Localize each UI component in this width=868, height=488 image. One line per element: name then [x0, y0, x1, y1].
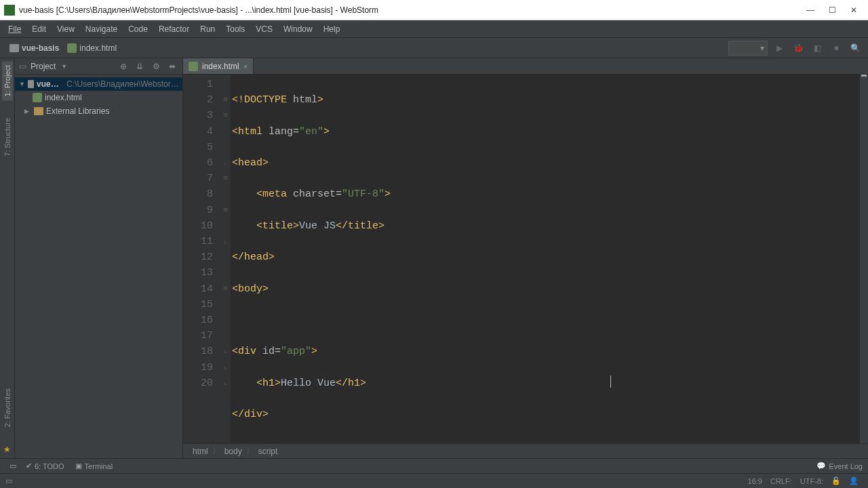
tree-root[interactable]: ▼ vue-basis C:\Users\Владилен\WebstormPr…	[15, 77, 182, 91]
tool-tab-structure[interactable]: 7: Structure	[2, 114, 13, 161]
menu-help[interactable]: Help	[318, 22, 346, 37]
run-config-select[interactable]: ▾	[728, 41, 768, 56]
scrollbar-thumb[interactable]	[861, 75, 867, 77]
line-number: 19	[183, 360, 213, 375]
status-inspector-icon[interactable]: 👤	[845, 476, 863, 485]
folder-icon	[9, 44, 19, 52]
tree-external-label: External Libraries	[46, 106, 109, 116]
minimize-button[interactable]: —	[806, 5, 815, 15]
editor-body[interactable]: 1 2 3 4 5 6 7 8 9 10 11 12 13 14 15 16 1…	[183, 75, 868, 443]
status-encoding[interactable]: UTF-8:	[796, 477, 827, 485]
scroll-to-source-button[interactable]: ⊕	[117, 60, 130, 73]
editor-tab[interactable]: index.html ×	[183, 58, 254, 74]
tool-window-icon[interactable]: ▭	[5, 462, 20, 470]
menu-view[interactable]: View	[52, 22, 80, 37]
tool-tab-favorites[interactable]: 2: Favorites	[2, 384, 13, 431]
line-number: 15	[183, 297, 213, 312]
line-number: 6	[183, 155, 213, 171]
mouse-cursor	[610, 375, 611, 388]
project-panel: ▭ Project ▼ ⊕ ⇊ ⚙ ⬌ ▼ vue-basis C:\Users…	[15, 58, 183, 458]
tool-tab-terminal[interactable]: ▣ Terminal	[70, 462, 119, 470]
menu-edit[interactable]: Edit	[26, 22, 52, 37]
titlebar: vue-basis [C:\Users\Владилен\WebstormPro…	[0, 0, 868, 20]
line-gutter: 1 2 3 4 5 6 7 8 9 10 11 12 13 14 15 16 1…	[183, 75, 224, 443]
line-number: 12	[183, 249, 213, 265]
menu-code[interactable]: Code	[123, 22, 153, 37]
fold-gutter: ⊟⊟ ⌞⊟ ⊟ ⌞ ⊟ ⌞⌞⌞	[224, 75, 231, 443]
tool-tab-project[interactable]: 1: Project	[2, 61, 13, 100]
library-icon	[34, 107, 43, 115]
chevron-down-icon[interactable]: ▼	[61, 63, 67, 70]
line-number: 3	[183, 108, 213, 123]
line-number: 16	[183, 312, 213, 328]
left-tool-strip: 1: Project 7: Structure 2: Favorites ★	[0, 58, 15, 458]
chevron-down-icon: ▼	[19, 81, 25, 87]
line-number: 20	[183, 375, 213, 391]
editor-area: index.html × 1 2 3 4 5 6 7 8 9 10 11 12 …	[183, 58, 868, 458]
lock-icon[interactable]: 🔓	[827, 476, 845, 485]
breadcrumb-label: index.html	[79, 43, 117, 53]
line-number: 4	[183, 124, 213, 140]
maximize-button[interactable]: ☐	[827, 5, 837, 15]
status-line-sep[interactable]: CRLF:	[766, 477, 796, 485]
status-proc-icon: ▭	[5, 476, 12, 485]
code-content[interactable]: <!DOCTYPE html> <html lang="en"> <head> …	[231, 75, 860, 443]
folder-icon	[28, 80, 34, 88]
line-number: 1	[183, 77, 213, 92]
menu-file[interactable]: File	[3, 22, 26, 37]
breadcrumb-project[interactable]: vue-basis	[5, 42, 63, 54]
window-title: vue-basis [C:\Users\Владилен\WebstormPro…	[19, 5, 806, 15]
settings-icon[interactable]: ⚙	[150, 60, 162, 73]
close-button[interactable]: ✕	[849, 5, 859, 15]
line-number: 17	[183, 328, 213, 344]
statusbar: ▭ 16:9 CRLF: UTF-8: 🔓 👤	[0, 473, 868, 488]
menubar: File Edit View Navigate Code Refactor Ru…	[0, 20, 868, 38]
debug-button[interactable]: 🐞	[791, 41, 806, 56]
chat-icon: 💬	[816, 462, 826, 470]
line-number: 8	[183, 186, 213, 202]
project-tree: ▼ vue-basis C:\Users\Владилен\WebstormPr…	[15, 75, 182, 121]
breadcrumb-item[interactable]: body	[220, 447, 246, 456]
breadcrumb-item[interactable]: html	[189, 447, 212, 456]
breadcrumb-item[interactable]: script	[254, 447, 282, 456]
window-controls: — ☐ ✕	[806, 5, 864, 15]
run-button[interactable]: ▶	[772, 41, 787, 56]
tree-root-name: vue-basis	[37, 79, 61, 89]
event-log-button[interactable]: 💬 Event Log	[816, 462, 863, 470]
status-position[interactable]: 16:9	[744, 477, 766, 485]
line-number: 13	[183, 265, 213, 281]
hide-icon[interactable]: ⬌	[166, 60, 178, 73]
line-number: 7	[183, 171, 213, 186]
editor-tabstrip: index.html ×	[183, 58, 868, 75]
editor-scrollbar[interactable]	[860, 75, 868, 443]
project-panel-title: Project	[31, 62, 56, 71]
editor-tab-label: index.html	[202, 62, 239, 71]
menu-run[interactable]: Run	[195, 22, 220, 37]
tree-file[interactable]: index.html	[15, 91, 182, 104]
coverage-button[interactable]: ◧	[810, 41, 825, 56]
menu-navigate[interactable]: Navigate	[80, 22, 123, 37]
stop-button[interactable]: ■	[829, 41, 844, 56]
nav-breadcrumb-bar: vue-basis index.html ▾ ▶ 🐞 ◧ ■ 🔍	[0, 38, 868, 58]
line-number: 11	[183, 234, 213, 249]
project-view-icon: ▭	[19, 62, 26, 71]
line-number: 9	[183, 203, 213, 218]
menu-refactor[interactable]: Refactor	[153, 22, 195, 37]
chevron-right-icon: ▶	[24, 108, 31, 115]
collapse-all-button[interactable]: ⇊	[134, 60, 146, 73]
menu-window[interactable]: Window	[278, 22, 318, 37]
line-number: 2	[183, 92, 213, 108]
search-icon[interactable]: 🔍	[848, 41, 863, 56]
html-file-icon	[67, 43, 77, 53]
bottom-toolbar: ▭ ✔ 6: TODO ▣ Terminal 💬 Event Log	[0, 458, 868, 473]
menu-vcs[interactable]: VCS	[250, 22, 278, 37]
star-icon: ★	[3, 445, 11, 458]
breadcrumb-file[interactable]: index.html	[63, 42, 121, 54]
terminal-icon: ▣	[75, 462, 82, 470]
tool-tab-todo[interactable]: ✔ 6: TODO	[20, 462, 70, 470]
close-icon[interactable]: ×	[243, 62, 248, 70]
app-icon	[4, 5, 15, 16]
editor-breadcrumbs: html 〉 body 〉 script	[183, 443, 868, 458]
menu-tools[interactable]: Tools	[220, 22, 250, 37]
tree-external-libs[interactable]: ▶ External Libraries	[15, 104, 182, 118]
